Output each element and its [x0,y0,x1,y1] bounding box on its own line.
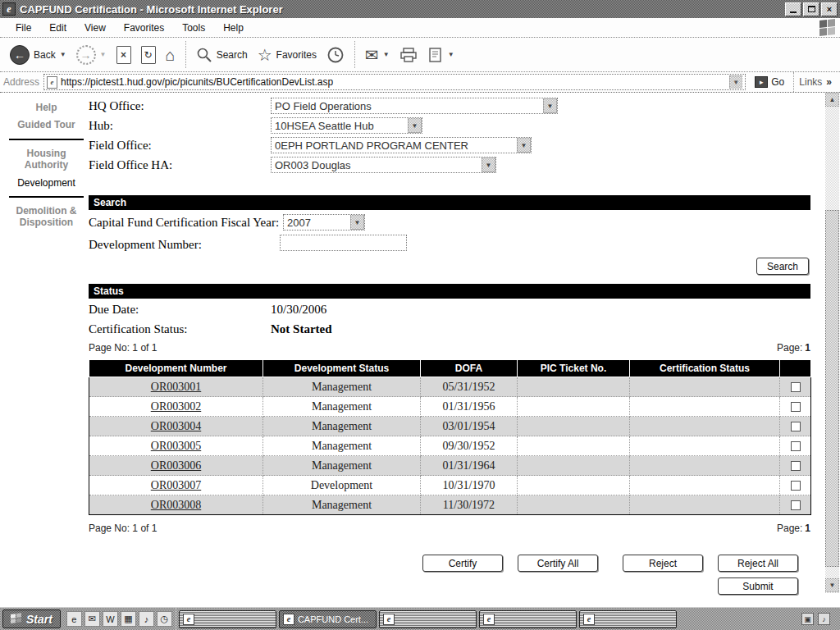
row-checkbox[interactable] [791,422,801,431]
back-dropdown-icon[interactable]: ▼ [60,51,66,58]
pic-ticket-cell [518,476,630,495]
word-icon[interactable]: W [103,611,118,627]
row-checkbox[interactable] [791,500,801,510]
table-row: OR003008Management11/30/1972 [89,495,811,515]
development-status-cell: Management [263,436,421,456]
address-dropdown-icon[interactable]: ▼ [729,75,742,89]
field-office-ha-select[interactable]: OR003 Douglas▼ [271,157,496,173]
development-status-cell: Management [263,397,421,417]
hub-select[interactable]: 10HSEA Seattle Hub▼ [271,117,422,134]
refresh-button[interactable]: ↻ [136,44,161,66]
network-tray-icon[interactable]: ▣ [801,613,814,625]
go-button[interactable]: ▸ Go [750,75,789,89]
task-app-icon: e [383,614,395,625]
reject-button[interactable]: Reject [623,555,703,572]
edit-button[interactable]: ▼ [422,45,459,65]
row-checkbox[interactable] [791,481,801,491]
mail-dropdown-icon[interactable]: ▼ [383,51,390,58]
row-checkbox[interactable] [791,461,801,471]
row-checkbox[interactable] [791,402,801,412]
search-icon [196,47,212,63]
favorites-button[interactable]: ☆ Favorites [253,45,322,65]
links-label: Links [799,76,822,88]
development-link[interactable]: OR003008 [151,499,201,511]
menu-favorites[interactable]: Favorites [115,21,173,35]
mail-button[interactable]: ✉ ▼ [360,45,395,65]
maximize-button[interactable] [803,2,819,16]
links-bar[interactable]: Links » [793,72,837,92]
fiscal-year-select[interactable]: 2007 ▼ [283,214,365,231]
due-date-label: Due Date: [89,303,139,317]
favorites-label: Favorites [276,49,317,61]
dofa-cell: 03/01/1954 [421,417,518,436]
edit-dropdown-icon[interactable]: ▼ [448,51,454,58]
scroll-up-icon[interactable]: ▲ [825,93,839,107]
sidebar-item-demolition-disposition[interactable]: Demolition & Disposition [7,205,86,229]
stop-button[interactable]: × [112,44,136,66]
certification-status-cell [630,476,780,495]
clock-icon[interactable]: ◷ [157,611,172,627]
row-checkbox[interactable] [791,382,801,392]
taskbar-task[interactable]: e [479,610,577,628]
toolbar-separator [354,41,355,68]
minimize-button[interactable] [785,2,801,16]
menu-file[interactable]: File [7,21,40,35]
media-icon[interactable]: ♪ [139,611,154,627]
development-link[interactable]: OR003007 [151,479,201,491]
scrollbar-thumb[interactable] [825,210,839,567]
page-no-text: Page No: 1 of 1 [89,523,157,534]
history-button[interactable] [322,44,349,66]
sidebar-item-guided-tour[interactable]: Guided Tour [7,119,86,130]
development-status-cell: Management [263,377,421,397]
development-link[interactable]: OR003006 [151,459,201,472]
search-button[interactable]: Search [756,258,809,275]
page-number: 1 [805,523,810,534]
taskbar-task[interactable]: e [179,610,276,628]
certify-button[interactable]: Certify [422,555,503,572]
menu-edit[interactable]: Edit [40,21,75,35]
row-checkbox[interactable] [791,441,801,451]
volume-tray-icon[interactable]: ♪ [818,613,830,625]
taskbar-task[interactable]: e [379,610,477,628]
forward-button[interactable]: → ▼ [71,43,112,66]
select-value: OR003 Douglas [275,159,351,171]
mail-icon[interactable]: ✉ [84,611,100,627]
ie-icon[interactable]: e [66,611,82,627]
address-input[interactable]: e https://pictest1.hud.gov/pic/picunits/… [43,74,746,90]
certification-status-cell [630,397,780,417]
start-button[interactable]: Start [2,609,61,628]
hq-office-select[interactable]: PO Field Operations▼ [271,98,558,114]
development-link[interactable]: OR003004 [151,420,201,432]
dofa-cell: 05/31/1952 [421,377,518,397]
search-toolbar-button[interactable]: Search [191,45,253,65]
windows-logo-icon [819,19,836,37]
menu-view[interactable]: View [75,21,115,35]
col-header-certification-status: Certification Status [630,360,780,377]
reject-all-button[interactable]: Reject All [718,555,798,572]
taskbar-task-active[interactable]: eCAPFUND Cert... [279,610,377,628]
development-status-cell: Management [263,417,421,436]
home-button[interactable]: ⌂ [161,45,180,65]
submit-button[interactable]: Submit [718,578,798,595]
taskbar-task[interactable]: e [579,610,677,628]
scroll-down-icon[interactable]: ▼ [825,578,839,592]
menu-tools[interactable]: Tools [173,21,214,35]
vertical-scrollbar[interactable]: ▲ ▼ [825,93,839,593]
sidebar-item-help[interactable]: Help [7,102,86,113]
sidebar-item-housing-authority[interactable]: Housing Authority [7,148,86,171]
field-office-select[interactable]: 0EPH PORTLAND PROGRAM CENTER▼ [271,137,532,153]
development-link[interactable]: OR003002 [151,400,201,413]
col-header-dofa: DOFA [421,360,518,377]
certify-all-button[interactable]: Certify All [518,555,598,572]
development-link[interactable]: OR003001 [151,381,201,393]
back-button[interactable]: ← Back ▼ [5,43,71,66]
system-tray: ▣ ♪ [793,608,838,630]
sidebar-item-development[interactable]: Development [7,177,86,189]
desktop-icon[interactable]: ▦ [121,611,136,627]
close-button[interactable]: × [821,2,838,16]
menu-help[interactable]: Help [214,21,253,35]
chevron-down-icon: ▼ [517,138,531,153]
development-number-input[interactable] [280,235,407,251]
print-button[interactable] [395,45,422,65]
development-link[interactable]: OR003005 [151,440,201,452]
